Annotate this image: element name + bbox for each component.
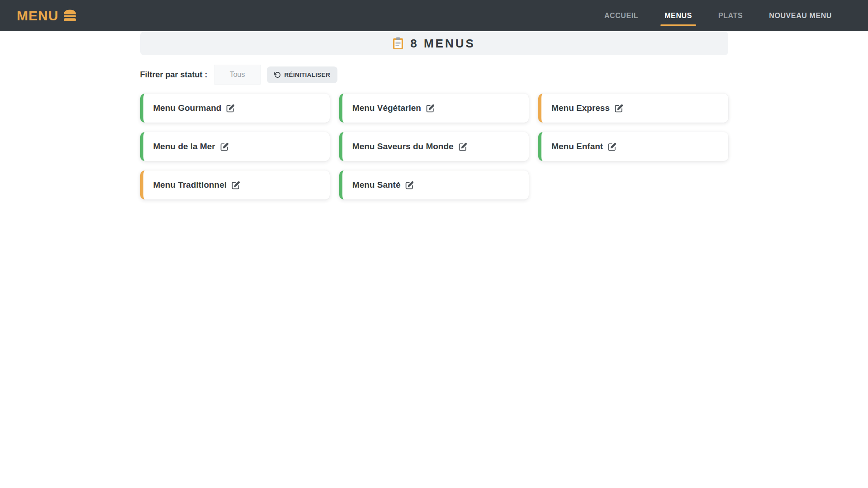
edit-icon[interactable] xyxy=(459,142,467,151)
menu-card-title: Menu Santé xyxy=(352,180,401,190)
nav-link-menus[interactable]: MENUS xyxy=(664,12,692,20)
menu-card-title: Menu Gourmand xyxy=(153,103,222,113)
edit-icon[interactable] xyxy=(426,104,435,113)
menu-card-title: Menu Traditionnel xyxy=(153,180,227,190)
burger-icon xyxy=(63,9,77,22)
status-filter-select[interactable]: Tous xyxy=(214,65,261,85)
filter-row: Filtrer par statut : Tous RÉINITIALISER xyxy=(140,65,728,85)
menu-card-title: Menu Enfant xyxy=(551,142,603,152)
menu-card[interactable]: Menu Santé xyxy=(339,171,529,199)
edit-icon[interactable] xyxy=(232,181,240,190)
edit-icon[interactable] xyxy=(220,142,229,151)
menu-card[interactable]: Menu Végétarien xyxy=(339,94,529,123)
menu-card[interactable]: Menu Gourmand xyxy=(140,94,330,123)
edit-icon[interactable] xyxy=(226,104,235,113)
rotate-ccw-icon xyxy=(274,71,281,78)
brand-logo[interactable]: MENU xyxy=(17,8,77,24)
brand-text: MENU xyxy=(17,8,58,24)
menu-card-title: Menu Saveurs du Monde xyxy=(352,142,454,152)
status-filter-value: Tous xyxy=(230,71,245,79)
nav-link-plats[interactable]: PLATS xyxy=(718,12,743,20)
edit-icon[interactable] xyxy=(405,181,414,190)
nav-link-accueil[interactable]: ACCUEIL xyxy=(604,12,638,20)
clipboard-icon xyxy=(393,37,403,50)
menu-card[interactable]: Menu Express xyxy=(538,94,728,123)
menu-card-title: Menu Express xyxy=(551,103,610,113)
reset-filter-label: RÉINITIALISER xyxy=(285,71,330,78)
reset-filter-button[interactable]: RÉINITIALISER xyxy=(267,66,337,83)
menu-card[interactable]: Menu Traditionnel xyxy=(140,171,330,199)
menu-count-title: 8 MENUS xyxy=(410,37,475,51)
main-nav: ACCUEILMENUSPLATSNOUVEAU MENU xyxy=(604,0,832,31)
filter-label: Filtrer par statut : xyxy=(140,70,208,80)
menu-grid: Menu Gourmand Menu Végétarien Menu Expre… xyxy=(140,94,728,199)
edit-icon[interactable] xyxy=(615,104,623,113)
navbar: MENU ACCUEILMENUSPLATSNOUVEAU MENU xyxy=(0,0,868,31)
menu-count-banner: 8 MENUS xyxy=(140,32,728,55)
main-content: 8 MENUS Filtrer par statut : Tous RÉINIT… xyxy=(0,32,868,199)
menu-card-title: Menu Végétarien xyxy=(352,103,421,113)
menu-card[interactable]: Menu Saveurs du Monde xyxy=(339,132,529,161)
menu-card[interactable]: Menu Enfant xyxy=(538,132,728,161)
menu-card-title: Menu de la Mer xyxy=(153,142,215,152)
nav-link-nouveau-menu[interactable]: NOUVEAU MENU xyxy=(769,12,832,20)
edit-icon[interactable] xyxy=(608,142,617,151)
menu-card[interactable]: Menu de la Mer xyxy=(140,132,330,161)
